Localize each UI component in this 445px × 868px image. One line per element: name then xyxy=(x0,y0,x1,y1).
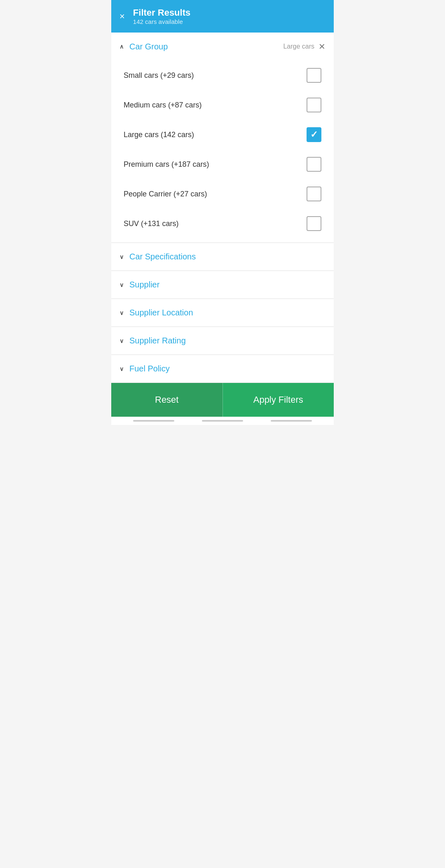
car-option-3[interactable]: Premium cars (+187 cars) xyxy=(119,149,326,179)
collapsed-sections: ∨Car Specifications∨Supplier∨Supplier Lo… xyxy=(111,243,334,383)
reset-button[interactable]: Reset xyxy=(111,383,222,417)
collapsed-section-1: ∨Supplier xyxy=(111,271,334,299)
collapsed-section-header-4[interactable]: ∨Fuel Policy xyxy=(111,355,334,383)
collapsed-section-header-1[interactable]: ∨Supplier xyxy=(111,271,334,299)
car-option-label-3: Premium cars (+187 cars) xyxy=(124,160,209,169)
collapsed-section-title-0: Car Specifications xyxy=(129,252,326,261)
chevron-down-icon-0: ∨ xyxy=(119,254,124,260)
chevron-down-icon-1: ∨ xyxy=(119,282,124,288)
header-title: Filter Results xyxy=(133,7,190,18)
car-group-header[interactable]: ∧ Car Group Large cars ✕ xyxy=(111,33,334,61)
chevron-down-icon-4: ∨ xyxy=(119,366,124,372)
car-group-options: Small cars (+29 cars)Medium cars (+87 ca… xyxy=(111,61,334,243)
chevron-down-icon-3: ∨ xyxy=(119,338,124,344)
car-group-title: Car Group xyxy=(129,42,283,51)
car-option-label-5: SUV (+131 cars) xyxy=(124,219,179,228)
collapsed-section-header-3[interactable]: ∨Supplier Rating xyxy=(111,327,334,355)
car-option-checkbox-2[interactable] xyxy=(307,127,321,142)
nav-indicator-1 xyxy=(133,420,174,422)
nav-indicators xyxy=(111,417,334,425)
car-option-2[interactable]: Large cars (142 cars) xyxy=(119,120,326,149)
car-option-checkbox-0[interactable] xyxy=(307,68,321,83)
car-option-checkbox-3[interactable] xyxy=(307,157,321,172)
collapsed-section-3: ∨Supplier Rating xyxy=(111,327,334,355)
car-option-5[interactable]: SUV (+131 cars) xyxy=(119,209,326,238)
collapsed-section-header-0[interactable]: ∨Car Specifications xyxy=(111,243,334,271)
header-subtitle: 142 cars available xyxy=(133,18,190,25)
car-option-label-0: Small cars (+29 cars) xyxy=(124,71,194,80)
header-text: Filter Results 142 cars available xyxy=(133,7,190,25)
car-option-label-1: Medium cars (+87 cars) xyxy=(124,101,202,110)
car-option-4[interactable]: People Carrier (+27 cars) xyxy=(119,179,326,209)
car-option-0[interactable]: Small cars (+29 cars) xyxy=(119,61,326,90)
header: × Filter Results 142 cars available xyxy=(111,0,334,33)
car-option-1[interactable]: Medium cars (+87 cars) xyxy=(119,90,326,120)
chevron-up-icon: ∧ xyxy=(119,43,124,50)
close-button[interactable]: × xyxy=(119,12,125,21)
car-option-checkbox-1[interactable] xyxy=(307,98,321,112)
collapsed-section-0: ∨Car Specifications xyxy=(111,243,334,271)
car-group-clear-icon[interactable]: ✕ xyxy=(319,42,326,51)
car-group-section: ∧ Car Group Large cars ✕ Small cars (+29… xyxy=(111,33,334,243)
car-option-checkbox-4[interactable] xyxy=(307,187,321,201)
collapsed-section-title-1: Supplier xyxy=(129,280,326,289)
collapsed-section-4: ∨Fuel Policy xyxy=(111,355,334,383)
collapsed-section-title-4: Fuel Policy xyxy=(129,364,326,373)
bottom-bar: Reset Apply Filters xyxy=(111,383,334,417)
apply-filters-button[interactable]: Apply Filters xyxy=(222,383,334,417)
collapsed-section-header-2[interactable]: ∨Supplier Location xyxy=(111,299,334,327)
chevron-down-icon-2: ∨ xyxy=(119,310,124,316)
car-option-label-2: Large cars (142 cars) xyxy=(124,131,194,139)
car-option-label-4: People Carrier (+27 cars) xyxy=(124,190,207,198)
collapsed-section-2: ∨Supplier Location xyxy=(111,299,334,327)
car-group-active-filter: Large cars xyxy=(283,43,314,50)
nav-indicator-3 xyxy=(271,420,312,422)
collapsed-section-title-3: Supplier Rating xyxy=(129,336,326,345)
nav-indicator-2 xyxy=(202,420,243,422)
collapsed-section-title-2: Supplier Location xyxy=(129,308,326,317)
car-option-checkbox-5[interactable] xyxy=(307,216,321,231)
